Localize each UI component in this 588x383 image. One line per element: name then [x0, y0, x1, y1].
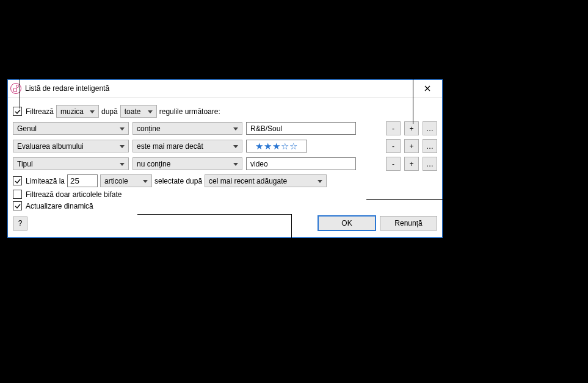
- checked-only-row: Filtrează doar articolele bifate: [13, 190, 437, 199]
- rule-more-button[interactable]: …: [423, 157, 437, 171]
- help-button-label: ?: [18, 219, 23, 227]
- filter-source-value: muzica: [60, 107, 84, 116]
- rule-field-select[interactable]: Genul: [13, 122, 129, 135]
- titlebar: Listă de redare inteligentă: [8, 80, 442, 98]
- check-icon: [15, 109, 21, 115]
- rule-value-input[interactable]: video: [246, 157, 356, 170]
- limit-by-select[interactable]: cel mai recent adăugate: [205, 174, 327, 187]
- limit-selected-label: selectate după: [154, 177, 202, 185]
- filter-row: Filtrează muzica după toate regulile urm…: [13, 105, 437, 118]
- cancel-button-label: Renunță: [394, 219, 422, 227]
- dialog-title: Listă de redare inteligentă: [25, 84, 415, 93]
- rule-operator-select[interactable]: este mai mare decât: [132, 140, 242, 152]
- ok-button[interactable]: OK: [318, 215, 376, 231]
- rule-more-button[interactable]: …: [423, 121, 437, 135]
- limit-label: Limitează la: [26, 177, 65, 185]
- rule-rating-input[interactable]: ★★★☆☆: [246, 140, 307, 152]
- rule-field-value: Genul: [17, 124, 37, 133]
- callout-line: [291, 214, 292, 306]
- star-icon: ☆: [289, 141, 298, 152]
- live-update-label: Actualizare dinamică: [26, 202, 93, 210]
- checked-only-label: Filtrează doar articolele bifate: [26, 190, 122, 199]
- check-icon: [15, 203, 21, 209]
- callout-line: [405, 0, 406, 70]
- live-update-row: Actualizare dinamică: [13, 201, 437, 210]
- star-icon: ★: [272, 141, 281, 152]
- star-icon: ★: [255, 141, 264, 152]
- rule-field-value: Evaluarea albumului: [17, 142, 84, 151]
- rule-more-button[interactable]: …: [423, 139, 437, 153]
- rule-remove-button[interactable]: -: [386, 121, 401, 135]
- callout-line: [476, 192, 477, 207]
- rule-value-text: R&B/Soul: [250, 124, 282, 133]
- rule-operator-value: conține: [137, 124, 161, 133]
- callout-line: [7, 250, 12, 251]
- limit-by-value: cel mai recent adăugate: [209, 177, 287, 185]
- rule-field-value: Tipul: [17, 160, 33, 168]
- rule-add-button[interactable]: +: [404, 157, 419, 171]
- callout-line: [7, 250, 8, 305]
- limit-checkbox[interactable]: [13, 176, 22, 185]
- rule-row: GenulconțineR&B/Soul-+…: [13, 121, 437, 135]
- filter-checkbox[interactable]: [13, 107, 22, 116]
- ok-button-label: OK: [341, 219, 352, 227]
- filter-match-value: toate: [125, 107, 141, 116]
- limit-unit-select[interactable]: articole: [100, 174, 152, 187]
- dialog-footer: ? OK Renunță: [13, 215, 437, 231]
- rule-row: Evaluarea albumuluieste mai mare decât★★…: [13, 139, 437, 153]
- checked-only-checkbox[interactable]: [13, 190, 22, 199]
- filter-label: Filtrează: [26, 107, 54, 116]
- cancel-button[interactable]: Renunță: [380, 216, 437, 231]
- callout-line: [137, 214, 291, 215]
- rule-field-select[interactable]: Tipul: [13, 157, 129, 170]
- close-icon: [424, 85, 430, 91]
- rule-field-select[interactable]: Evaluarea albumului: [13, 140, 129, 152]
- filter-suffix-label: regulile următoare:: [159, 107, 220, 116]
- limit-row: Limitează la articole selectate după cel…: [13, 174, 437, 187]
- filter-match-select[interactable]: toate: [120, 105, 157, 118]
- rule-value-text: video: [250, 160, 268, 168]
- filter-source-select[interactable]: muzica: [56, 105, 99, 118]
- rule-remove-button[interactable]: -: [386, 139, 401, 153]
- rules-container: GenulconțineR&B/Soul-+…Evaluarea albumul…: [13, 121, 437, 171]
- callout-line: [20, 0, 20, 109]
- star-icon: ☆: [281, 141, 289, 152]
- rule-operator-select[interactable]: nu conține: [132, 157, 242, 170]
- filter-after-label: după: [101, 107, 118, 116]
- rule-operator-value: este mai mare decât: [137, 142, 203, 151]
- rule-add-button[interactable]: +: [404, 139, 419, 153]
- close-button[interactable]: [415, 81, 440, 96]
- rule-row: Tipulnu conținevideo-+…: [13, 157, 437, 171]
- callout-bracket: [390, 70, 437, 71]
- rule-operator-select[interactable]: conține: [132, 122, 242, 135]
- limit-unit-value: articole: [104, 177, 128, 185]
- check-icon: [15, 178, 21, 184]
- rule-add-button[interactable]: +: [404, 121, 419, 135]
- callout-line: [366, 199, 476, 200]
- rule-operator-value: nu conține: [137, 160, 170, 168]
- limit-count-input[interactable]: [67, 174, 98, 187]
- rule-value-input[interactable]: R&B/Soul: [246, 122, 356, 135]
- help-button[interactable]: ?: [13, 217, 27, 231]
- live-update-checkbox[interactable]: [13, 201, 22, 210]
- callout-line: [413, 70, 413, 124]
- rule-remove-button[interactable]: -: [386, 157, 401, 171]
- star-icon: ★: [264, 141, 272, 152]
